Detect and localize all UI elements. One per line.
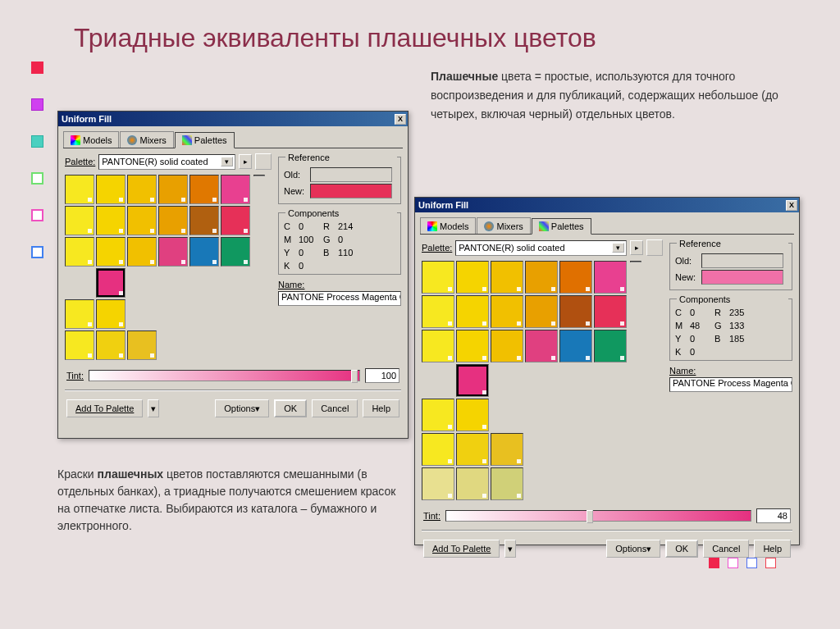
swatch[interactable] — [96, 175, 126, 204]
swatch[interactable] — [422, 467, 454, 500]
add-to-palette-button[interactable]: Add To Palette — [66, 399, 143, 417]
swatch[interactable] — [127, 299, 157, 329]
swatch[interactable] — [491, 433, 523, 466]
hue-strip[interactable] — [630, 261, 641, 262]
ok-button[interactable]: OK — [274, 399, 307, 417]
swatch[interactable] — [422, 261, 454, 294]
swatch[interactable] — [127, 268, 157, 298]
swatch[interactable] — [221, 237, 250, 267]
swatch[interactable] — [525, 330, 558, 362]
cancel-button[interactable]: Cancel — [703, 540, 749, 558]
eyedropper-button[interactable] — [255, 153, 272, 170]
swatch[interactable] — [127, 175, 157, 204]
swatch[interactable] — [158, 175, 188, 204]
palette-select[interactable]: PANTONE(R) solid coated — [455, 240, 627, 256]
swatch[interactable] — [491, 467, 523, 500]
close-button[interactable]: X — [786, 200, 797, 211]
swatch[interactable] — [422, 433, 454, 466]
palette-select[interactable]: PANTONE(R) solid coated — [98, 154, 235, 170]
swatch[interactable] — [189, 268, 219, 298]
swatch[interactable] — [127, 237, 157, 267]
swatch[interactable] — [96, 268, 126, 298]
tab-mixers[interactable]: Mixers — [477, 217, 530, 234]
swatch[interactable] — [456, 467, 489, 500]
swatch[interactable] — [158, 206, 188, 235]
swatch[interactable] — [189, 206, 219, 235]
swatch[interactable] — [491, 364, 523, 397]
swatch[interactable] — [559, 433, 592, 466]
swatch[interactable] — [221, 330, 250, 360]
swatch[interactable] — [65, 206, 94, 235]
swatch[interactable] — [594, 295, 627, 328]
swatch[interactable] — [491, 399, 523, 431]
swatch[interactable] — [594, 330, 627, 362]
add-menu-button[interactable]: ▾ — [148, 399, 159, 417]
tab-models[interactable]: Models — [63, 131, 119, 148]
swatch[interactable] — [491, 330, 523, 362]
swatch[interactable] — [65, 175, 94, 204]
swatch[interactable] — [456, 261, 489, 294]
swatch[interactable] — [158, 237, 188, 267]
palette-menu-button[interactable]: ▸ — [239, 154, 252, 169]
swatch[interactable] — [422, 399, 454, 431]
name-input[interactable]: PANTONE Process Magenta C — [278, 291, 401, 306]
tint-slider[interactable] — [89, 370, 360, 381]
swatch[interactable] — [221, 268, 250, 298]
swatch[interactable] — [594, 261, 627, 294]
swatch[interactable] — [127, 330, 157, 360]
swatch[interactable] — [221, 175, 250, 204]
tab-mixers[interactable]: Mixers — [120, 131, 173, 148]
swatch[interactable] — [559, 261, 592, 294]
swatch[interactable] — [525, 364, 558, 397]
swatch[interactable] — [525, 295, 558, 328]
tint-slider[interactable] — [445, 510, 751, 522]
swatch[interactable] — [96, 299, 126, 329]
swatch[interactable] — [594, 433, 627, 466]
swatch[interactable] — [127, 206, 157, 235]
swatch[interactable] — [491, 261, 523, 294]
add-to-palette-button[interactable]: Add To Palette — [423, 540, 500, 558]
swatch[interactable] — [525, 261, 558, 294]
swatch[interactable] — [559, 330, 592, 362]
tab-palettes[interactable]: Palettes — [532, 218, 591, 235]
swatch[interactable] — [158, 268, 188, 298]
swatch[interactable] — [158, 330, 188, 360]
close-button[interactable]: X — [395, 114, 406, 125]
palette-menu-button[interactable]: ▸ — [630, 240, 643, 255]
swatch[interactable] — [422, 364, 454, 397]
add-menu-button[interactable]: ▾ — [504, 540, 516, 558]
swatch[interactable] — [594, 364, 627, 397]
swatch-grid[interactable] — [422, 261, 627, 500]
tab-models[interactable]: Models — [420, 217, 476, 234]
swatch[interactable] — [189, 299, 219, 329]
swatch[interactable] — [525, 467, 558, 500]
eyedropper-button[interactable] — [646, 239, 663, 256]
swatch[interactable] — [559, 295, 592, 328]
swatch[interactable] — [456, 295, 489, 328]
swatch[interactable] — [189, 175, 219, 204]
swatch[interactable] — [456, 330, 489, 362]
hue-strip[interactable] — [253, 175, 265, 176]
swatch[interactable] — [491, 295, 523, 328]
swatch[interactable] — [96, 237, 126, 267]
swatch[interactable] — [189, 237, 219, 267]
swatch[interactable] — [65, 330, 94, 360]
swatch[interactable] — [594, 399, 627, 431]
swatch-grid[interactable] — [65, 175, 250, 360]
swatch[interactable] — [221, 206, 250, 235]
options-button[interactable]: Options ▾ — [606, 540, 660, 558]
swatch[interactable] — [456, 364, 489, 397]
options-button[interactable]: Options ▾ — [215, 399, 269, 417]
cancel-button[interactable]: Cancel — [312, 399, 358, 417]
swatch[interactable] — [65, 237, 94, 267]
swatch[interactable] — [96, 206, 126, 235]
tab-palettes[interactable]: Palettes — [175, 132, 235, 148]
swatch[interactable] — [158, 299, 188, 329]
swatch[interactable] — [525, 433, 558, 466]
name-input[interactable]: PANTONE Process Magenta C — [669, 377, 792, 392]
ok-button[interactable]: OK — [665, 540, 698, 558]
swatch[interactable] — [525, 399, 558, 431]
swatch[interactable] — [456, 399, 489, 431]
help-button[interactable]: Help — [363, 399, 399, 417]
swatch[interactable] — [189, 330, 219, 360]
